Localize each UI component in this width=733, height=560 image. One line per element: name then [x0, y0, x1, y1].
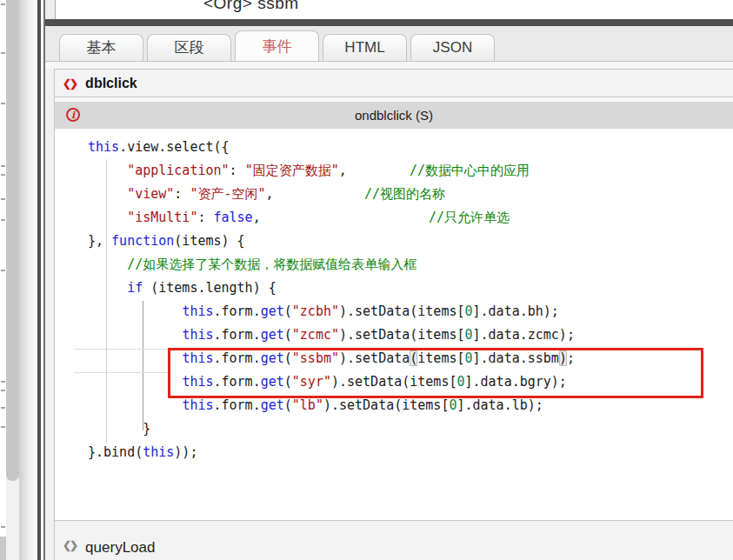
event-name: dblclick — [85, 76, 137, 91]
code-line: //如果选择了某个数据，将数据赋值给表单输入框 — [88, 253, 733, 277]
ruler-tick — [1, 174, 5, 176]
code-brackets-icon: ❮❯ — [63, 539, 77, 551]
event-header-queryload[interactable]: ❮❯ queryLoad — [54, 520, 733, 560]
code-line: this.view.select({ — [88, 136, 733, 159]
ruler-tick — [1, 270, 5, 271]
code-line: "isMulti": false,//只允许单选 — [88, 206, 733, 230]
code-line: }.bind(this)); — [88, 441, 733, 464]
code-line: } — [88, 417, 733, 441]
panel-edge-gradient — [19, 0, 37, 560]
event-header-dblclick[interactable]: ❮❯ dblclick — [54, 69, 733, 97]
tab-json[interactable]: JSON — [410, 34, 495, 61]
ruler-tick — [1, 426, 5, 428]
window-border-inner — [43, 0, 45, 560]
section-divider-bar — [45, 19, 733, 26]
tab-strip-underlay — [45, 62, 733, 69]
handler-label: ondblclick (S) — [55, 102, 733, 129]
handler-bar: i ondblclick (S) — [54, 102, 733, 129]
code-brackets-icon: ❮❯ — [63, 77, 77, 90]
code-lines: this.view.select({ "application": "固定资产数… — [55, 136, 733, 464]
tab-event[interactable]: 事件 — [235, 30, 319, 61]
tab-strip: 基本 区段 事件 HTML JSON — [45, 26, 733, 62]
ruler-tick — [1, 198, 5, 200]
code-editor[interactable]: this.view.select({ "application": "固定资产数… — [54, 129, 733, 520]
code-line: "application": "固定资产数据",//数据中心中的应用 — [88, 159, 733, 183]
code-line: this.form.get("zcbh").setData(items[0].d… — [88, 300, 733, 323]
red-highlight-annotation — [168, 348, 703, 398]
ruler-tick — [1, 165, 5, 167]
ruler-tick — [1, 103, 5, 104]
top-strip: <Org> ssbm — [45, 0, 733, 19]
tab-basic[interactable]: 基本 — [59, 34, 143, 61]
ruler-tick — [1, 526, 5, 528]
code-line: if (items.length) { — [88, 277, 733, 300]
vertical-scrollbar-thumb[interactable] — [6, 0, 19, 481]
code-line: this.form.get("zcmc").setData(items[0].d… — [88, 323, 733, 347]
ruler-tick — [1, 381, 5, 383]
code-line: }, function(items) { — [88, 230, 733, 253]
event-name: queryLoad — [85, 539, 155, 557]
event-editor-window: <Org> ssbm 基本 区段 事件 HTML JSON ❮❯ dblclic… — [0, 0, 733, 560]
tab-section[interactable]: 区段 — [147, 34, 231, 61]
ruler-tick — [1, 3, 5, 5]
ruler-tick — [1, 219, 5, 221]
ruler-footer-block — [0, 537, 6, 560]
code-line: "view": "资产-空闲",//视图的名称 — [88, 183, 733, 206]
field-label-org-ssbm: <Org> ssbm — [203, 0, 299, 13]
left-ruler — [0, 0, 6, 560]
ruler-tick — [1, 52, 5, 54]
top-form-panel: <Org> ssbm — [55, 0, 733, 19]
tab-html[interactable]: HTML — [323, 34, 407, 61]
ruler-tick — [1, 407, 5, 409]
ruler-tick — [1, 390, 5, 391]
